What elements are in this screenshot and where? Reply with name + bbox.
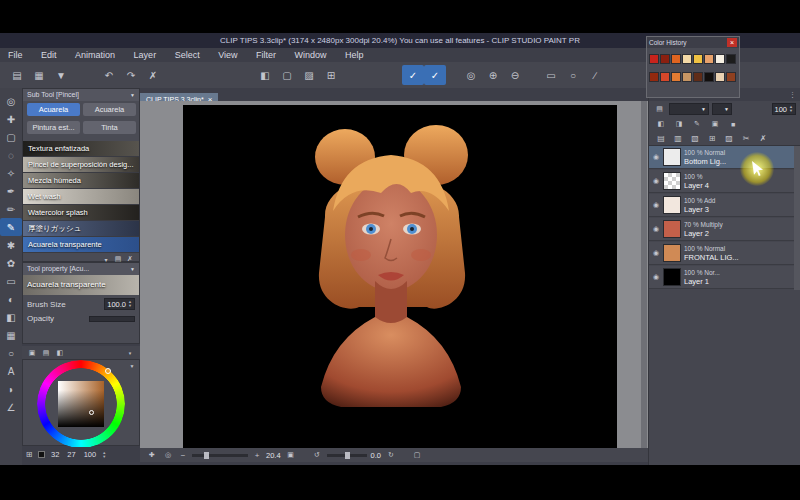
pan-icon[interactable]: ✚	[146, 450, 158, 461]
layer-list-scrollbar[interactable]	[794, 146, 800, 290]
marquee-tool-icon[interactable]: ▢	[0, 128, 22, 146]
subtool-panel-header[interactable]: Sub Tool [Pincel] ▼	[23, 89, 139, 101]
color-swatch[interactable]	[715, 72, 725, 82]
layer-row[interactable]: ◉ 100 % AddLayer 3	[649, 194, 795, 217]
zoom-slider[interactable]	[192, 454, 248, 457]
brush-item[interactable]: Textura enfatizada	[23, 141, 139, 157]
layer-visibility-icon[interactable]: ◉	[649, 244, 663, 262]
fill-tool-icon[interactable]: ◧	[0, 308, 22, 326]
lock-alpha-icon[interactable]: ◨	[673, 119, 685, 130]
color-swatch[interactable]	[682, 72, 692, 82]
zoom-icon[interactable]: ◎	[460, 65, 482, 85]
brush-item[interactable]: 厚塗りガッシュ	[23, 221, 139, 237]
hue-marker[interactable]	[105, 368, 111, 374]
color-swatch[interactable]	[649, 54, 659, 64]
panel-menu-icon[interactable]: ▼	[130, 263, 135, 275]
balloon-tool-icon[interactable]: ◗	[0, 380, 22, 398]
duplicate-layer-icon[interactable]: ▧	[689, 132, 701, 144]
menu-view[interactable]: View	[210, 48, 245, 62]
color-swatch[interactable]	[726, 72, 736, 82]
color-swatch[interactable]	[726, 54, 736, 64]
brush-size-input[interactable]: 100.0 ▲▼	[104, 298, 135, 310]
check-a-icon[interactable]: ✓	[402, 65, 424, 85]
brush-item[interactable]: Watercolor splash	[23, 205, 139, 221]
reset-view-icon[interactable]: ▢	[411, 450, 423, 461]
color-swatch[interactable]	[693, 54, 703, 64]
grid-icon[interactable]: ⊞	[22, 449, 36, 460]
pen-tool-icon[interactable]: ✒	[0, 182, 22, 200]
canvas[interactable]	[183, 105, 617, 448]
layer-thumbnail[interactable]	[663, 172, 681, 190]
eyedropper-tool-icon[interactable]: ✧	[0, 164, 22, 182]
menu-filter[interactable]: Filter	[248, 48, 284, 62]
eraser-tool-icon[interactable]: ▭	[0, 272, 22, 290]
panel-options-icon[interactable]: ⋮	[789, 91, 796, 99]
fill-icon[interactable]: ◧	[254, 65, 276, 85]
menu-help[interactable]: Help	[337, 48, 372, 62]
merge-down-icon[interactable]: ⊞	[706, 132, 718, 144]
color-swatch[interactable]	[649, 72, 659, 82]
canvas-vscrollbar[interactable]	[641, 101, 647, 448]
layer-visibility-icon[interactable]: ◉	[649, 196, 663, 214]
check-b-icon[interactable]: ✓	[424, 65, 446, 85]
delete-layer-icon[interactable]: ✗	[757, 132, 769, 144]
layer-opacity-stepper[interactable]: ▲▼	[789, 105, 793, 113]
layer-thumbnail[interactable]	[663, 244, 681, 262]
nav-zoom-icon[interactable]: ◎	[162, 450, 174, 461]
panel-menu-icon[interactable]: ▼	[130, 89, 135, 101]
draft-icon[interactable]: ✎	[691, 119, 703, 130]
ellipse-shape-icon[interactable]: ○	[562, 65, 584, 85]
snap-icon[interactable]: ⊞	[320, 65, 342, 85]
brush-item[interactable]: Pincel de superposición desig...	[23, 157, 139, 173]
expression-select[interactable]: ▼	[712, 103, 732, 115]
close-icon[interactable]: ×	[727, 38, 737, 47]
layer-visibility-icon[interactable]: ◉	[649, 220, 663, 238]
layer-row[interactable]: ◉ 100 % Nor...Layer 1	[649, 266, 795, 289]
cut-icon[interactable]: ✂	[740, 132, 752, 144]
magnifier-tool-icon[interactable]: ◎	[0, 92, 22, 110]
subtool-tab-acuarela-1[interactable]: Acuarela	[27, 103, 80, 116]
panel-menu-icon[interactable]: ▼	[127, 362, 137, 370]
layer-visibility-icon[interactable]: ◉	[649, 172, 663, 190]
blend-mode-select[interactable]: ▼	[669, 103, 709, 115]
menu-animation[interactable]: Animation	[67, 48, 123, 62]
sv-marker[interactable]	[89, 410, 94, 415]
layer-thumbnail[interactable]	[663, 148, 681, 166]
layer-visibility-icon[interactable]: ◉	[649, 268, 663, 286]
tool-property-header[interactable]: Tool property [Acu... ▼	[23, 263, 139, 275]
clear-icon[interactable]: ✗	[142, 65, 164, 85]
rotate-left-icon[interactable]: ↺	[311, 450, 323, 461]
rotate-right-icon[interactable]: ↻	[385, 450, 397, 461]
save-icon[interactable]: ▼	[50, 65, 72, 85]
pencil-tool-icon[interactable]: ✏	[0, 200, 22, 218]
panel-menu-icon[interactable]: ▾	[123, 347, 137, 358]
fit-screen-icon[interactable]: ▣	[285, 450, 297, 461]
airbrush-tool-icon[interactable]: ✱	[0, 236, 22, 254]
value-stepper[interactable]: ▲▼	[102, 451, 106, 459]
new-layer-icon[interactable]: ▤	[655, 132, 667, 144]
gradient-tool-icon[interactable]: ▦	[0, 326, 22, 344]
subtool-tab-tinta[interactable]: Tinta	[83, 121, 136, 134]
subtool-tab-pintura[interactable]: Pintura est...	[27, 121, 80, 134]
zoom-in-button[interactable]: +	[252, 450, 262, 461]
swatch-icon[interactable]: ▤	[39, 347, 53, 358]
layer-thumbnail[interactable]	[663, 196, 681, 214]
saturation-value-square[interactable]	[58, 381, 104, 427]
main-color-swatch[interactable]	[38, 451, 45, 458]
preset-icon[interactable]: ▣	[25, 347, 39, 358]
lasso-tool-icon[interactable]: ◌	[0, 146, 22, 164]
color-swatch[interactable]	[660, 72, 670, 82]
menu-select[interactable]: Select	[167, 48, 208, 62]
zoom-slider-thumb[interactable]	[204, 452, 209, 459]
layer-opacity-input[interactable]: 100 ▲▼	[772, 103, 796, 115]
menu-window[interactable]: Window	[287, 48, 335, 62]
menu-layer[interactable]: Layer	[126, 48, 165, 62]
zoom-out-button[interactable]: −	[178, 450, 188, 461]
figure-tool-icon[interactable]: ○	[0, 344, 22, 362]
zoom-out-icon[interactable]: ⊖	[504, 65, 526, 85]
mixer-icon[interactable]: ◧	[53, 347, 67, 358]
color-swatch[interactable]	[704, 72, 714, 82]
brush-item[interactable]: Mezcla húmeda	[23, 173, 139, 189]
open-file-icon[interactable]: ▦	[28, 65, 50, 85]
layer-thumbnail[interactable]	[663, 220, 681, 238]
